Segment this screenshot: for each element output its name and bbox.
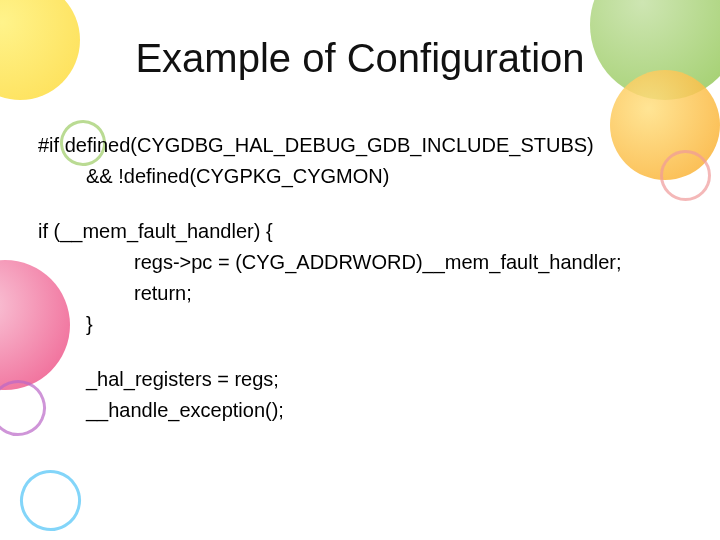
code-line: if (__mem_fault_handler) {: [38, 216, 700, 247]
slide-title: Example of Configuration: [0, 36, 720, 81]
swirl-blue-icon: [9, 459, 92, 540]
code-line: }: [38, 309, 700, 340]
code-line: && !defined(CYGPKG_CYGMON): [38, 161, 700, 192]
code-line: _hal_registers = regs;: [38, 364, 700, 395]
code-line: #if defined(CYGDBG_HAL_DEBUG_GDB_INCLUDE…: [38, 130, 700, 161]
code-block: #if defined(CYGDBG_HAL_DEBUG_GDB_INCLUDE…: [38, 130, 700, 426]
code-line: return;: [38, 278, 700, 309]
code-line: __handle_exception();: [38, 395, 700, 426]
code-line: regs->pc = (CYG_ADDRWORD)__mem_fault_han…: [38, 247, 700, 278]
